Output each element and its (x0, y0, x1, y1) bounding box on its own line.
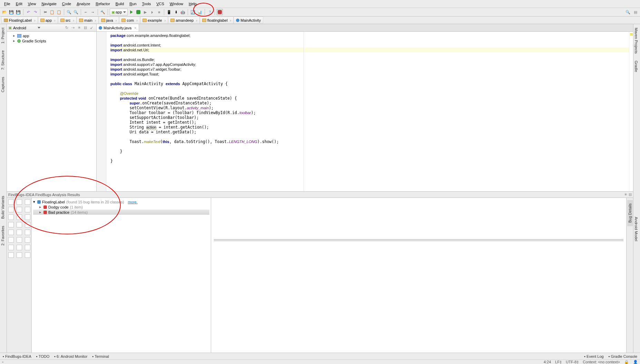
findbugs-tool-button[interactable] (17, 245, 22, 250)
avd-icon[interactable]: 📱 (166, 9, 172, 15)
copy-icon[interactable]: 📋 (49, 9, 55, 15)
paste-icon[interactable]: 📋 (56, 9, 62, 15)
breadcrumb-item[interactable]: FloatingLabel (1, 17, 38, 24)
ddms-icon[interactable]: 🤖 (180, 9, 186, 15)
encoding[interactable]: UTF-8‡ (566, 360, 579, 364)
findbugs-tool-button[interactable] (17, 230, 22, 235)
tool-window-button[interactable]: Android Model (633, 213, 639, 245)
inspector-icon[interactable]: 👤 (633, 360, 638, 364)
breadcrumb-item[interactable]: app (38, 17, 58, 24)
undo-icon[interactable]: ↶ (25, 9, 31, 15)
menu-navigate[interactable]: Navigate (39, 1, 59, 7)
findbugs-tool-button[interactable] (8, 214, 14, 220)
menu-build[interactable]: Build (113, 1, 127, 7)
breadcrumb-item[interactable]: floatinglabel (200, 17, 234, 24)
open-icon[interactable]: 📂 (1, 9, 8, 15)
findbugs-tool-button[interactable] (25, 245, 30, 250)
menu-refactor[interactable]: Refactor (93, 1, 113, 7)
context[interactable]: Context: <no context> (583, 360, 620, 364)
findbugs-category[interactable]: ▸Dodgy code (1 item) (33, 204, 209, 210)
findbugs-tool-button[interactable] (17, 237, 22, 243)
breadcrumb-item[interactable]: src (58, 17, 77, 24)
bottom-tool-tab[interactable]: ▪Terminal (92, 354, 109, 358)
caret-position[interactable]: 4:24 (544, 360, 551, 364)
save-icon[interactable]: 💾 (8, 9, 14, 15)
line-ending[interactable]: LF‡ (555, 360, 562, 364)
structure-icon[interactable]: 📊 (197, 9, 203, 15)
bottom-tool-tab[interactable]: ▪6: Android Monitor (54, 354, 87, 358)
findbugs-more-link[interactable]: more. (128, 200, 138, 204)
scroll-from-icon[interactable]: ⇢ (71, 26, 76, 30)
findbugs-tool-button[interactable] (8, 230, 14, 235)
findbugs-tool-button[interactable] (25, 207, 30, 212)
findbugs-tree[interactable]: ▾ FloatingLabel (found 15 bug items in 2… (32, 198, 211, 355)
make-icon[interactable]: 🔨 (100, 9, 106, 15)
findbugs-root[interactable]: ▾ FloatingLabel (found 15 bug items in 2… (33, 199, 209, 204)
bug-details-tab[interactable]: Bug Details (627, 200, 633, 226)
findbugs-toolbar-icon[interactable] (217, 9, 223, 15)
cut-icon[interactable]: ✂ (42, 9, 48, 15)
forward-icon[interactable]: → (90, 9, 96, 15)
menu-help[interactable]: Help (186, 1, 199, 7)
findbugs-tool-button[interactable] (8, 245, 14, 250)
menu-file[interactable]: File (1, 1, 13, 7)
findbugs-tool-button[interactable] (25, 222, 30, 228)
bottom-tool-tab[interactable]: ▪FindBugs-IDEA (3, 354, 31, 358)
hide-icon[interactable]: ⊟ (84, 26, 89, 30)
findbugs-tool-button[interactable] (8, 237, 14, 243)
findbugs-tool-button[interactable] (25, 237, 30, 243)
menu-tools[interactable]: Tools (139, 1, 154, 7)
menu-view[interactable]: View (25, 1, 39, 7)
findbugs-tool-button[interactable] (8, 222, 14, 228)
tool-window-button[interactable]: Captures (0, 73, 6, 96)
findbugs-tool-button[interactable] (17, 207, 22, 212)
tree-item-app[interactable]: ▸ app (8, 33, 95, 38)
editor-tab[interactable]: MainActivity.java × (97, 24, 139, 31)
menu-edit[interactable]: Edit (13, 1, 25, 7)
attach-debugger-icon[interactable]: ⏵ (149, 9, 155, 15)
collapse-icon[interactable]: ▾ (33, 200, 36, 204)
breadcrumb-item[interactable]: MainActivity (234, 17, 263, 24)
hide-icon[interactable]: ⊟ (629, 192, 632, 197)
replace-icon[interactable]: 🔍 (73, 9, 79, 15)
close-tab-icon[interactable]: × (134, 26, 136, 30)
expand-icon[interactable]: ▸ (39, 210, 42, 214)
findbugs-tool-button[interactable] (25, 230, 30, 235)
expand-icon[interactable]: ▸ (13, 39, 16, 43)
tool-window-button[interactable]: Gradle (633, 57, 639, 75)
menu-window[interactable]: Window (167, 1, 186, 7)
menu-run[interactable]: Run (127, 1, 139, 7)
breadcrumb-item[interactable]: com (119, 17, 140, 24)
run-icon[interactable] (128, 9, 135, 15)
debug-icon[interactable] (135, 9, 141, 15)
sync-icon[interactable]: 🔄 (190, 9, 196, 15)
code-area[interactable]: package com.example.amandeep.floatinglab… (110, 32, 629, 191)
gear-icon[interactable]: ✳ (624, 192, 627, 197)
run-coverage-icon[interactable]: ▶ (142, 9, 148, 15)
marker-stripe[interactable] (629, 32, 633, 191)
breadcrumb-item[interactable]: java (99, 17, 119, 24)
help-icon[interactable]: ? (207, 9, 213, 15)
stop-icon[interactable]: ■ (156, 9, 162, 15)
breadcrumb-item[interactable]: main (77, 17, 99, 24)
find-icon[interactable]: 🔍 (66, 9, 72, 15)
menu-analyze[interactable]: Analyze (74, 1, 93, 7)
editor-body[interactable]: package com.example.amandeep.floatinglab… (97, 32, 633, 191)
status-icon[interactable]: ▫ (2, 360, 3, 364)
findbugs-tool-button[interactable] (17, 199, 22, 205)
expand-icon[interactable]: ▸ (13, 33, 16, 38)
collapse-icon[interactable]: ↻ (65, 26, 70, 30)
run-config-selector[interactable]: ▣ app (110, 9, 128, 16)
tool-window-button[interactable]: 7: Structure (0, 47, 6, 73)
findbugs-tool-button[interactable] (25, 252, 30, 258)
project-view-selector[interactable]: Android (13, 26, 36, 30)
back-icon[interactable]: ← (83, 9, 89, 15)
menu-vcs[interactable]: VCS (154, 1, 167, 7)
findbugs-tool-button[interactable] (25, 199, 30, 205)
tool-window-button[interactable]: Maven Projects (633, 24, 639, 57)
sdk-icon[interactable]: ⬇ (173, 9, 179, 15)
tool-window-button[interactable]: 2: Favorites (0, 222, 6, 249)
findbugs-tool-button[interactable] (17, 252, 22, 258)
findbugs-tool-button[interactable] (8, 207, 14, 212)
search-everywhere-icon[interactable]: 🔍 (625, 9, 631, 15)
